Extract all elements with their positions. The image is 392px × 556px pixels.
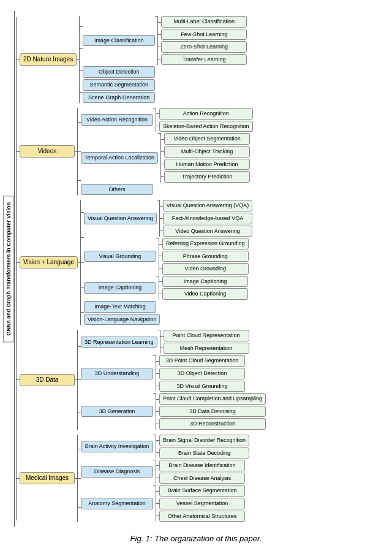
l1-box-medical: Medical Images: [20, 472, 75, 484]
l3-tree: Visual Question Answering (VQA)Fact-/Kno…: [157, 200, 252, 237]
section-videos: VideosVideo Action RecognitionAction Rec…: [16, 108, 389, 195]
l2-box: Disease Diagnosis: [81, 466, 153, 478]
l3-box: Chest Disease Analysis: [159, 473, 245, 484]
l3-box: Video Object Segmentation: [164, 133, 250, 145]
l3-box: Brain Surface Segmentation: [159, 485, 245, 497]
l3-tree: Brain Surface SegmentationVessel Segment…: [153, 485, 245, 522]
l3-tree: Image CaptioningVideo Captioning: [156, 276, 248, 300]
l2-row: 3D Representation LearningPoint Cloud Re…: [81, 330, 266, 354]
l3-tree: Point Cloud Completion and Upsampling3D …: [153, 393, 266, 430]
l2-box: Brain Activity Investigation: [81, 441, 153, 452]
l2-tree: Image ClassificationMulti-Label Classifi…: [77, 16, 247, 103]
l3-box: Visual Question Answering (VQA): [163, 200, 252, 211]
l2-box: Visual Grounding: [84, 251, 156, 262]
l3-box: Transfer Learning: [161, 54, 247, 66]
l2-row: 3D Understanding3D Point Cloud Segmentat…: [81, 355, 266, 392]
l3-box: Phrase Grounding: [162, 251, 249, 262]
l2-box: Temporal Action Localization: [81, 152, 158, 164]
l2-row: Visual Question AnsweringVisual Question…: [84, 200, 252, 237]
l2-row: Semantic Segmentation: [83, 79, 247, 91]
l2-row: Video Action RecognitionAction Recogniti…: [81, 108, 253, 132]
l3-tree: Referring Expression GroundingPhrase Gro…: [156, 238, 249, 275]
l3-tree: Brain Signal Disorder RecognitionBrain S…: [153, 435, 249, 459]
l3-box: 3D Object Detection: [159, 368, 245, 379]
l3-box: Fact-/Knowledge-based VQA: [163, 213, 252, 224]
l2-row: 3D GenerationPoint Cloud Completion and …: [81, 393, 266, 430]
l3-box: 3D Point Cloud Segmentation: [159, 355, 245, 367]
l2-box: 3D Generation: [81, 406, 153, 417]
l2-box: Semantic Segmentation: [83, 79, 155, 91]
l3-box: Trajectory Prediction: [164, 171, 250, 183]
l3-box: Skeleton-Based Action Recognition: [159, 121, 253, 132]
l3-tree: Video Object SegmentationMulti-Object Tr…: [158, 133, 250, 182]
l2-box: Scene Graph Generation: [83, 92, 155, 104]
l2-row: Image-Text Matching: [84, 301, 252, 313]
l3-box: Brain State Decoding: [159, 447, 249, 459]
section-visionlang: Vision + LanguageVisual Question Answeri…: [16, 200, 389, 325]
l3-tree: 3D Point Cloud Segmentation3D Object Det…: [153, 355, 245, 392]
l3-box: Vessel Segmentation: [159, 498, 245, 509]
l2-box: Anatomy Segmentation: [81, 498, 153, 509]
figure-caption: Fig. 1: The organization of this paper.: [2, 534, 390, 543]
l3-box: 3D Reconstruction: [159, 418, 266, 430]
l2-row: Vision-Language Navigation: [84, 314, 252, 326]
l3-box: Few-Shot Learning: [161, 29, 247, 40]
l3-box: Zero-Shot Learning: [161, 41, 247, 53]
l3-box: 3D Data Denoising: [159, 406, 266, 417]
l1-box-3d: 3D Data: [20, 374, 75, 386]
l2-row: Visual GroundingReferring Expression Gro…: [84, 238, 252, 275]
l3-box: Multi-Object Tracking: [164, 146, 250, 158]
l2-tree: Visual Question AnsweringVisual Question…: [78, 200, 252, 325]
l2-box: Visual Question Answering: [84, 213, 157, 224]
l3-box: Brain Signal Disorder Recognition: [159, 435, 249, 446]
l2-row: Image CaptioningImage CaptioningVideo Ca…: [84, 276, 252, 300]
l3-box: Action Recognition: [159, 108, 253, 120]
l3-box: Image Captioning: [162, 276, 248, 288]
l3-tree: Brain Disease IdentificationChest Diseas…: [153, 460, 245, 484]
l3-tree: Multi-Label ClassificationFew-Shot Learn…: [155, 16, 247, 65]
l2-row: Others: [81, 184, 253, 196]
l2-box: Vision-Language Navigation: [84, 314, 160, 326]
l3-box: Referring Expression Grounding: [162, 238, 249, 249]
l3-box: Multi-Label Classification: [161, 16, 247, 28]
l2-box: Image-Text Matching: [84, 301, 156, 313]
l3-box: Mesh Representation: [164, 343, 249, 354]
l3-tree: Point Cloud RepresentationMesh Represent…: [157, 330, 249, 354]
l1-box-videos: Videos: [20, 145, 75, 158]
l1-box-2d: 2D Nature Images: [20, 53, 77, 66]
l2-box: Image Classification: [83, 35, 155, 47]
l2-tree: Brain Activity InvestigationBrain Signal…: [75, 435, 249, 522]
l3-box: Point Cloud Representation: [164, 330, 249, 341]
l2-row: Temporal Action LocalizationVideo Object…: [81, 133, 253, 182]
section-3d: 3D Data3D Representation LearningPoint C…: [16, 330, 389, 430]
l2-row: Scene Graph Generation: [83, 92, 247, 104]
l3-tree: Action RecognitionSkeleton-Based Action …: [153, 108, 253, 132]
l2-tree: Video Action RecognitionAction Recogniti…: [75, 108, 253, 195]
l3-box: Point Cloud Completion and Upsampling: [159, 393, 266, 405]
l2-box: 3D Representation Learning: [81, 337, 157, 348]
l3-box: Video Grounding: [162, 263, 249, 275]
l2-row: Image ClassificationMulti-Label Classifi…: [83, 16, 247, 65]
l3-box: 3D Visual Grounding: [159, 381, 245, 392]
l3-box: Human Motion Prediction: [164, 159, 250, 170]
l2-box: 3D Understanding: [81, 368, 153, 379]
root-label: GNNs and Graph Transformers in Computer …: [3, 196, 14, 342]
l2-row: Brain Activity InvestigationBrain Signal…: [81, 435, 249, 459]
l3-box: Brain Disease Identification: [159, 460, 245, 471]
l1-box-visionlang: Vision + Language: [20, 256, 78, 268]
l2-tree: 3D Representation LearningPoint Cloud Re…: [75, 330, 266, 430]
l2-box: Image Captioning: [84, 282, 156, 294]
l3-box: Other Anatomical Structures: [159, 511, 245, 522]
l2-row: Object Detection: [83, 66, 247, 78]
l2-box: Object Detection: [83, 66, 155, 78]
l2-row: Anatomy SegmentationBrain Surface Segmen…: [81, 485, 249, 522]
l2-box: Others: [81, 184, 153, 196]
l2-box: Video Action Recognition: [81, 114, 153, 126]
l3-box: Video Question Answering: [163, 226, 252, 237]
section-medical: Medical ImagesBrain Activity Investigati…: [16, 435, 389, 522]
l3-box: Video Captioning: [162, 288, 248, 300]
l2-row: Disease DiagnosisBrain Disease Identific…: [81, 460, 249, 484]
section-2d: 2D Nature ImagesImage ClassificationMult…: [16, 16, 389, 103]
